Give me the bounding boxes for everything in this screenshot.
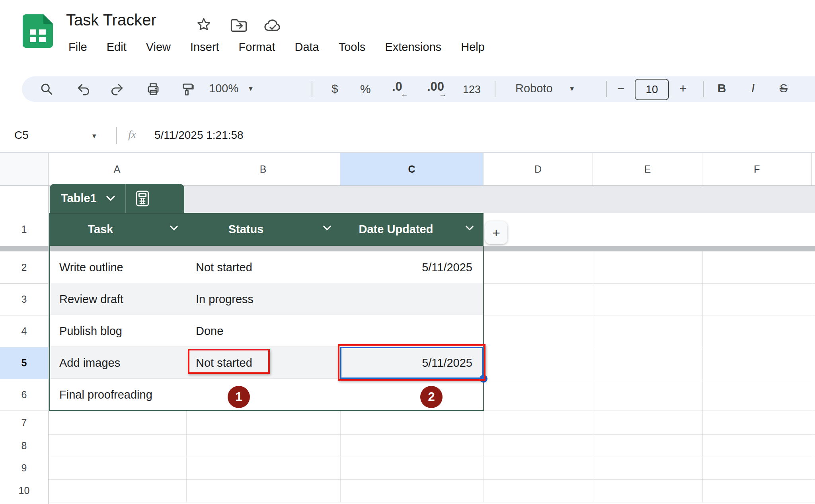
zoom-control[interactable]: 100% ▾	[209, 82, 253, 95]
add-column-button[interactable]: +	[485, 221, 507, 244]
table-header-date-updated[interactable]: Date Updated	[340, 213, 452, 246]
paint-format-icon[interactable]	[180, 82, 195, 97]
gridline	[0, 315, 48, 315]
table-row[interactable]: Write outline Not started 5/11/2025	[50, 251, 484, 283]
menu-tools[interactable]: Tools	[339, 38, 366, 56]
cell-b4-status[interactable]: Done	[196, 325, 223, 338]
row-header-3[interactable]: 3	[0, 283, 48, 315]
gridline	[484, 283, 815, 284]
column-header-a[interactable]: A	[48, 153, 186, 185]
cell-a6-task[interactable]: Final proofreading	[59, 388, 152, 401]
menu-extensions[interactable]: Extensions	[385, 38, 441, 56]
italic-button[interactable]: I	[751, 81, 755, 95]
more-formats-button[interactable]: 123	[463, 84, 481, 96]
gridline	[48, 502, 815, 502]
cell-b3-status[interactable]: In progress	[196, 293, 253, 306]
google-sheets-app: { "app": { "title": "Task Tracker" }, "t…	[0, 0, 815, 504]
gridline	[484, 347, 815, 347]
undo-icon[interactable]	[77, 83, 90, 95]
gridline	[593, 251, 593, 502]
column-header-b[interactable]: B	[186, 153, 340, 185]
table-header-status[interactable]: Status	[186, 213, 306, 246]
row-header-6[interactable]: 6	[0, 379, 48, 411]
column-header-d[interactable]: D	[484, 153, 593, 185]
cell-a5-task[interactable]: Add images	[59, 356, 120, 370]
select-all-corner[interactable]	[0, 153, 48, 185]
redo-icon[interactable]	[110, 83, 124, 95]
tab-divider	[125, 184, 126, 213]
table-menu-chevron-icon[interactable]	[105, 195, 116, 202]
row-header-7[interactable]: 7	[0, 411, 48, 434]
row-header-4[interactable]: 4	[0, 315, 48, 347]
table-row[interactable]: Publish blog Done	[50, 315, 484, 347]
format-currency-button[interactable]: $	[331, 82, 338, 95]
menu-format[interactable]: Format	[239, 38, 275, 56]
table-border-bottom	[49, 410, 484, 411]
menu-data[interactable]: Data	[294, 38, 319, 56]
font-size-input[interactable]: 10	[635, 79, 669, 100]
zoom-value: 100%	[209, 82, 238, 95]
toolbar-divider	[312, 81, 312, 97]
column-header-partial[interactable]	[812, 153, 815, 185]
gridline	[484, 315, 815, 315]
task-dropdown-icon[interactable]	[169, 225, 179, 233]
gridline	[484, 379, 815, 379]
annotation-box-date	[338, 344, 485, 381]
table-grid-icon[interactable]	[135, 190, 150, 207]
font-family-select[interactable]: Roboto ▾	[515, 82, 574, 95]
decrease-font-size-button[interactable]: −	[617, 82, 624, 96]
formula-input[interactable]: 5/11/2025 1:21:58	[154, 129, 244, 142]
row-header-8[interactable]: 8	[0, 434, 48, 457]
table-row[interactable]: Review draft In progress	[50, 283, 484, 315]
name-box[interactable]: C5	[14, 129, 29, 142]
menu-help[interactable]: Help	[461, 38, 485, 56]
gutter-border	[48, 153, 49, 504]
table-name-tab[interactable]: Table1	[50, 184, 184, 213]
print-icon[interactable]	[146, 82, 160, 96]
bold-button[interactable]: B	[718, 82, 726, 95]
table-header-task[interactable]: Task	[50, 213, 151, 246]
decrease-decimal-button[interactable]: .0 ←	[392, 80, 402, 94]
cell-c2-date[interactable]: 5/11/2025	[422, 261, 472, 274]
frozen-row-separator[interactable]	[0, 246, 815, 251]
menu-insert[interactable]: Insert	[190, 38, 219, 56]
strikethrough-button[interactable]: S	[780, 82, 788, 95]
cell-a2-task[interactable]: Write outline	[59, 261, 123, 274]
column-header-f[interactable]: F	[702, 153, 812, 185]
row-header-2[interactable]: 2	[0, 251, 48, 283]
annotation-badge-1: 1	[228, 386, 250, 408]
search-icon[interactable]	[40, 82, 53, 96]
column-header-row: A B C D E F	[0, 153, 815, 186]
gridline	[48, 434, 815, 435]
star-icon[interactable]	[196, 17, 212, 33]
table-row[interactable]: Final proofreading	[50, 379, 484, 411]
row-header-9[interactable]: 9	[0, 457, 48, 479]
row-header-1[interactable]: 1	[0, 213, 48, 246]
row-header-5-selected[interactable]: 5	[0, 347, 48, 379]
format-percent-button[interactable]: %	[360, 82, 371, 96]
menu-view[interactable]: View	[146, 38, 171, 56]
move-folder-icon[interactable]	[230, 18, 248, 33]
gridline	[48, 479, 815, 480]
gridline	[812, 251, 812, 502]
row-header-10[interactable]: 10	[0, 479, 48, 502]
column-header-e[interactable]: E	[593, 153, 702, 185]
increase-decimal-button[interactable]: .00 →	[427, 80, 444, 94]
cell-a3-task[interactable]: Review draft	[59, 293, 123, 306]
status-dropdown-icon[interactable]	[322, 225, 333, 233]
gridline	[484, 411, 815, 411]
increase-font-size-button[interactable]: +	[679, 81, 687, 96]
cloud-saved-icon[interactable]	[263, 18, 282, 33]
menu-edit[interactable]: Edit	[107, 38, 127, 56]
date-updated-dropdown-icon[interactable]	[465, 225, 475, 233]
zoom-caret-icon: ▾	[249, 85, 253, 92]
increase-decimal-arrow-icon: →	[439, 90, 446, 99]
cell-a4-task[interactable]: Publish blog	[59, 325, 122, 338]
name-box-caret-icon[interactable]: ▾	[92, 132, 96, 140]
sheets-logo[interactable]	[23, 14, 53, 48]
cell-b2-status[interactable]: Not started	[196, 261, 252, 274]
column-header-c[interactable]: C	[340, 153, 484, 185]
gridline	[48, 457, 815, 457]
menu-file[interactable]: File	[68, 38, 87, 56]
page-title[interactable]: Task Tracker	[66, 11, 156, 29]
